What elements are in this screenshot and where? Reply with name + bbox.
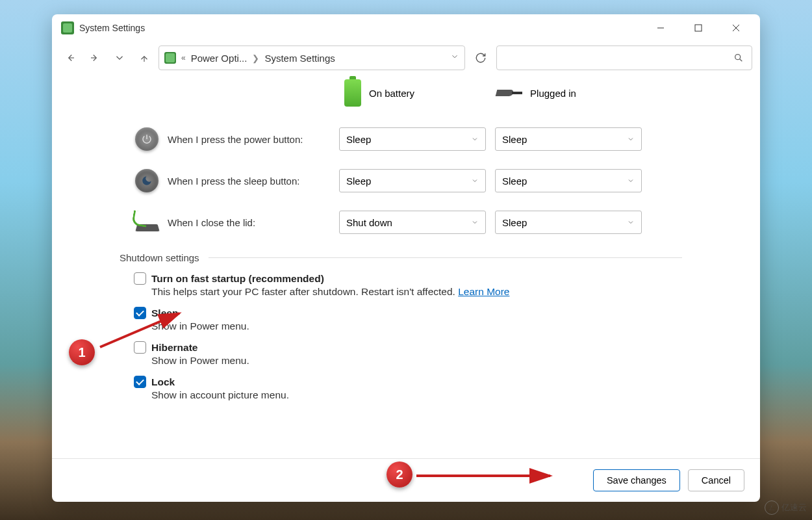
breadcrumb-overflow-icon: «: [181, 53, 186, 62]
watermark-text: 亿速云: [781, 502, 807, 514]
lock-checkbox[interactable]: [134, 376, 146, 388]
annotation-step-2: 2: [387, 462, 412, 488]
shutdown-section-header: Shutdown settings: [120, 252, 760, 263]
save-changes-button[interactable]: Save changes: [593, 469, 680, 491]
breadcrumb-parent[interactable]: Power Opti...: [191, 53, 247, 64]
power-button-label: When I press the power button:: [168, 134, 339, 145]
lock-row: Lock Show in account picture menu.: [134, 376, 760, 401]
up-button[interactable]: [134, 47, 155, 68]
back-button[interactable]: [60, 47, 81, 68]
close-lid-plugged-dropdown[interactable]: Sleep: [495, 211, 642, 234]
location-icon: [164, 52, 176, 64]
app-icon: [61, 21, 74, 34]
titlebar: System Settings: [52, 14, 760, 42]
sleep-button-plugged-dropdown[interactable]: Sleep: [495, 169, 642, 192]
search-input[interactable]: [505, 53, 733, 63]
forward-button[interactable]: [84, 47, 105, 68]
svg-rect-1: [695, 25, 702, 31]
watermark: ㄥ 亿速云: [765, 500, 807, 515]
close-lid-battery-dropdown[interactable]: Shut down: [339, 211, 486, 234]
annotation-arrow-1: [96, 308, 187, 354]
address-dropdown-icon[interactable]: [450, 52, 459, 64]
learn-more-link[interactable]: Learn More: [458, 286, 509, 297]
fast-startup-desc: This helps start your PC faster after sh…: [151, 286, 760, 298]
lock-label: Lock: [151, 376, 175, 388]
close-lid-row: When I close the lid: Shut down Sleep: [133, 202, 760, 243]
sleep-button-icon: [135, 169, 159, 192]
sleep-row: Sleep Show in Power menu.: [134, 307, 760, 332]
plugged-column: Plugged in: [496, 87, 576, 99]
toolbar: « Power Opti... ❯ System Settings: [52, 42, 760, 74]
power-button-row: When I press the power button: Sleep Sle…: [133, 118, 760, 160]
content-area: On battery Plugged in When I press the p…: [52, 74, 760, 458]
section-title: Shutdown settings: [120, 252, 199, 263]
system-settings-window: System Settings « Power Opti... ❯ System…: [52, 14, 760, 502]
close-button[interactable]: [717, 15, 755, 41]
plug-icon: [496, 87, 522, 99]
refresh-button[interactable]: [469, 46, 492, 70]
minimize-button[interactable]: [642, 15, 679, 41]
svg-point-7: [735, 55, 741, 60]
breadcrumb-current[interactable]: System Settings: [264, 53, 335, 64]
hibernate-row: Hibernate Show in Power menu.: [134, 341, 760, 367]
power-button-plugged-dropdown[interactable]: Sleep: [495, 127, 642, 151]
svg-line-9: [100, 313, 179, 347]
fast-startup-label: Turn on fast startup (recommended): [151, 273, 324, 285]
plugged-label: Plugged in: [530, 88, 576, 99]
sleep-desc: Show in Power menu.: [151, 320, 760, 332]
close-lid-icon: [134, 213, 160, 232]
power-button-icon: [135, 127, 159, 151]
battery-label: On battery: [369, 88, 414, 99]
power-button-battery-dropdown[interactable]: Sleep: [339, 127, 486, 151]
breadcrumb-separator-icon: ❯: [252, 53, 259, 63]
section-divider: [209, 257, 682, 258]
history-dropdown[interactable]: [109, 47, 130, 68]
battery-column: On battery: [344, 79, 414, 107]
fast-startup-row: Turn on fast startup (recommended) This …: [134, 272, 760, 298]
battery-icon: [344, 79, 361, 107]
hibernate-desc: Show in Power menu.: [151, 355, 760, 367]
annotation-arrow-2: [414, 468, 557, 484]
watermark-icon: ㄥ: [765, 500, 779, 515]
sleep-button-label: When I press the sleep button:: [168, 176, 339, 187]
fast-startup-checkbox[interactable]: [134, 272, 146, 285]
sleep-button-battery-dropdown[interactable]: Sleep: [339, 169, 486, 192]
annotation-step-1: 1: [69, 339, 95, 365]
address-bar[interactable]: « Power Opti... ❯ System Settings: [159, 46, 465, 70]
lock-desc: Show in account picture menu.: [151, 389, 760, 401]
cancel-button[interactable]: Cancel: [688, 469, 744, 491]
window-title: System Settings: [79, 23, 145, 33]
close-lid-label: When I close the lid:: [168, 217, 339, 228]
columns-header: On battery Plugged in: [52, 79, 760, 107]
search-icon: [733, 53, 744, 63]
sleep-button-row: When I press the sleep button: Sleep Sle…: [133, 160, 760, 202]
svg-line-8: [740, 59, 742, 62]
search-box[interactable]: [496, 46, 752, 70]
maximize-button[interactable]: [679, 15, 717, 41]
